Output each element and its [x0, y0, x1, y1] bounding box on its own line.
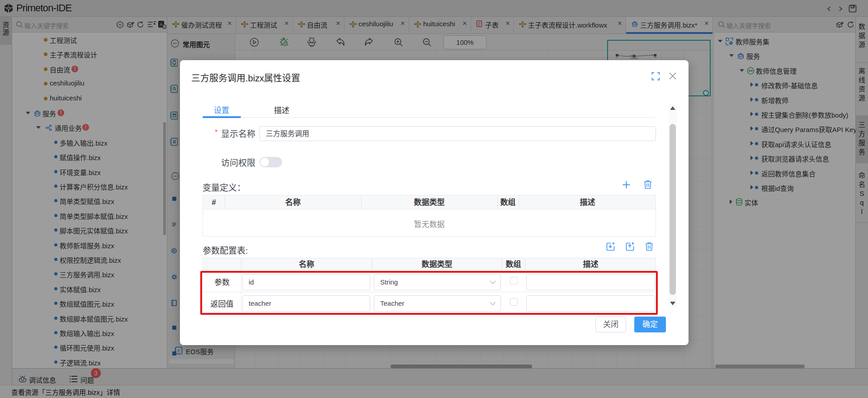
svg-text:E: E [177, 349, 180, 353]
